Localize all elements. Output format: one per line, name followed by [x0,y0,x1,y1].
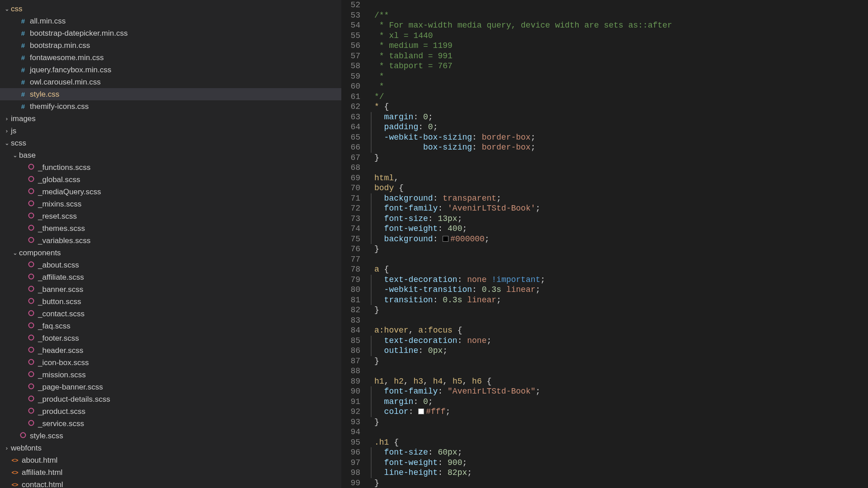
code-line[interactable]: font-family: "AvenirLTStd-Book"; [371,386,868,397]
file-themify-icons-css[interactable]: ›#themify-icons.css [0,100,341,113]
file--mission-scss[interactable]: ›_mission.scss [0,369,341,381]
code-line[interactable]: background: #000000; [371,234,868,244]
code-line[interactable]: a:hover, a:focus { [371,325,868,336]
code-line[interactable]: * For max-width media query, device widt… [371,20,868,31]
line-number: 71 [341,193,360,204]
folder-js[interactable]: ›js [0,125,341,137]
code-area[interactable]: /** * For max-width media query, device … [368,0,868,488]
file-contact-html[interactable]: ›<>contact.html [0,479,341,488]
file--footer-scss[interactable]: ›_footer.scss [0,332,341,344]
file-bootstrap-min-css[interactable]: ›#bootstrap.min.css [0,39,341,52]
file--contact-scss[interactable]: ›_contact.scss [0,308,341,320]
file-jquery-fancybox-min-css[interactable]: ›#jquery.fancybox.min.css [0,64,341,76]
code-line[interactable]: outline: 0px; [371,346,868,356]
code-line[interactable]: a { [371,264,868,275]
line-number: 55 [341,31,360,41]
code-line[interactable]: font-weight: 400; [371,224,868,234]
code-line[interactable]: * { [371,102,868,112]
code-line[interactable]: -webkit-box-sizing: border-box; [371,132,868,143]
code-line[interactable]: transition: 0.3s linear; [371,295,868,305]
file--reset-scss[interactable]: ›_reset.scss [0,210,341,222]
code-line[interactable]: } [371,417,868,427]
code-line[interactable]: font-family: 'AvenirLTStd-Book'; [371,203,868,214]
code-line[interactable]: line-height: 82px; [371,468,868,478]
code-line[interactable]: margin: 0; [371,397,868,407]
file--banner-scss[interactable]: ›_banner.scss [0,283,341,296]
file--themes-scss[interactable]: ›_themes.scss [0,222,341,235]
code-line[interactable]: box-sizing: border-box; [371,142,868,153]
code-line[interactable]: .h1 { [371,437,868,448]
code-line[interactable]: /** [371,10,868,21]
file--header-scss[interactable]: ›_header.scss [0,344,341,357]
file--product-scss[interactable]: ›_product.scss [0,405,341,418]
code-line[interactable]: text-decoration: none; [371,336,868,346]
code-line[interactable]: margin: 0; [371,112,868,122]
code-line[interactable]: * tabport = 767 [371,61,868,71]
code-line[interactable]: font-size: 60px; [371,447,868,458]
code-line[interactable]: * [371,71,868,82]
code-line[interactable]: } [371,356,868,366]
folder-css[interactable]: ⌄css [0,3,341,15]
code-line[interactable]: text-decoration: none !important; [371,275,868,285]
file-style-scss[interactable]: ›style.scss [0,430,341,442]
code-line[interactable] [371,0,868,10]
code-line[interactable]: background: transparent; [371,193,868,204]
file--service-scss[interactable]: ›_service.scss [0,418,341,430]
file--page-banner-scss[interactable]: ›_page-banner.scss [0,381,341,393]
code-line[interactable]: */ [371,92,868,102]
folder-images[interactable]: ›images [0,113,341,125]
file--mixins-scss[interactable]: ›_mixins.scss [0,198,341,210]
file-about-html[interactable]: ›<>about.html [0,454,341,466]
code-line[interactable]: font-weight: 900; [371,458,868,468]
code-line[interactable]: } [371,244,868,254]
line-number: 79 [341,275,360,285]
code-line[interactable]: font-size: 13px; [371,214,868,224]
file--global-scss[interactable]: ›_global.scss [0,174,341,186]
line-number: 62 [341,102,360,112]
folder-base[interactable]: ⌄base [0,149,341,161]
scss-file-icon [27,371,35,379]
file--variables-scss[interactable]: ›_variables.scss [0,235,341,247]
code-line[interactable] [371,163,868,173]
code-line[interactable] [371,254,868,265]
file-owl-carousel-min-css[interactable]: ›#owl.carousel.min.css [0,76,341,88]
file--product-details-scss[interactable]: ›_product-details.scss [0,393,341,405]
code-line[interactable]: h1, h2, h3, h4, h5, h6 { [371,376,868,387]
file-all-min-css[interactable]: ›#all.min.css [0,15,341,27]
file--about-scss[interactable]: ›_about.scss [0,259,341,271]
folder-webfonts[interactable]: ›webfonts [0,442,341,454]
file-affiliate-html[interactable]: ›<>affiliate.html [0,466,341,479]
file--functions-scss[interactable]: ›_functions.scss [0,161,341,174]
code-line[interactable]: } [371,153,868,163]
code-line[interactable]: } [371,478,868,488]
line-number: 56 [341,41,360,51]
file--affiliate-scss[interactable]: ›_affiliate.scss [0,271,341,283]
file--icon-box-scss[interactable]: ›_icon-box.scss [0,357,341,369]
code-line[interactable] [371,427,868,437]
file-explorer[interactable]: ⌄css›#all.min.css›#bootstrap-datepicker.… [0,0,341,488]
svg-point-5 [29,225,34,230]
folder-scss[interactable]: ⌄scss [0,137,341,149]
file-style-css[interactable]: ›#style.css [0,88,341,100]
code-line[interactable]: -webkit-transition: 0.3s linear; [371,285,868,295]
folder-components[interactable]: ⌄components [0,247,341,259]
code-line[interactable]: color: #fff; [371,407,868,417]
code-line[interactable] [371,366,868,376]
code-line[interactable]: * [371,81,868,92]
file--button-scss[interactable]: ›_button.scss [0,296,341,308]
svg-point-6 [29,238,34,243]
code-line[interactable]: * tabland = 991 [371,51,868,61]
code-editor[interactable]: 5253545556575859606162636465666768697071… [341,0,868,488]
code-line[interactable]: body { [371,183,868,193]
code-line[interactable]: html, [371,173,868,183]
code-line[interactable]: * xl = 1440 [371,31,868,41]
code-line[interactable]: padding: 0; [371,122,868,132]
code-line[interactable] [371,315,868,326]
file-fontawesome-min-css[interactable]: ›#fontawesome.min.css [0,52,341,64]
code-line[interactable]: * medium = 1199 [371,41,868,51]
file--mediaquery-scss[interactable]: ›_mediaQuery.scss [0,186,341,198]
chevron-down-icon: ⌄ [4,5,10,12]
code-line[interactable]: } [371,305,868,315]
file-bootstrap-datepicker-min-css[interactable]: ›#bootstrap-datepicker.min.css [0,27,341,39]
file--faq-scss[interactable]: ›_faq.scss [0,320,341,332]
